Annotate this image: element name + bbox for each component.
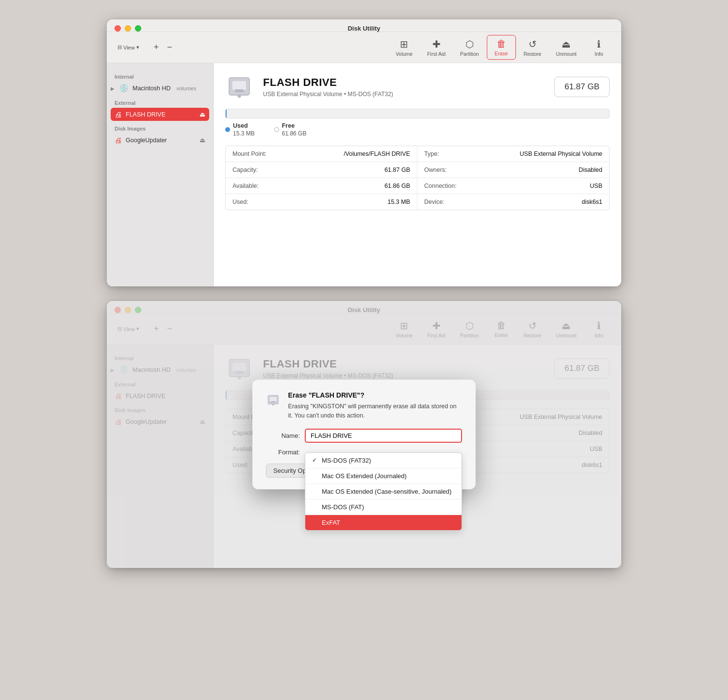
- info-row-1: Capacity: 61.87 GB Owners: Disabled: [226, 162, 609, 178]
- toolbar-volume[interactable]: ⊞ Volume: [389, 35, 419, 60]
- info-cell-owners: Owners: Disabled: [417, 162, 609, 178]
- available-label: Available:: [232, 183, 259, 189]
- sidebar-item-flash-drive[interactable]: 🖨 FLASH DRIVE ⏏: [111, 108, 209, 121]
- unmount-icon: ⏏: [562, 38, 571, 50]
- info-row-0: Mount Point: /Volumes/FLASH DRIVE Type: …: [226, 146, 609, 162]
- drive-info: FLASH DRIVE USB External Physical Volume…: [263, 76, 393, 98]
- info-cell-mount-point: Mount Point: /Volumes/FLASH DRIVE: [226, 146, 417, 162]
- macintosh-hd-label: Macintosh HD: [132, 85, 171, 92]
- chevron-right-icon: ▶: [111, 86, 115, 91]
- info-row-3: Used: 15.3 MB Device: disk6s1: [226, 194, 609, 210]
- view-label: View: [123, 45, 135, 50]
- view-chevron: ▾: [136, 44, 139, 50]
- eject-google-updater-icon[interactable]: ⏏: [199, 136, 205, 144]
- device-value: disk6s1: [582, 199, 602, 205]
- format-option-label-1: Mac OS Extended (Journaled): [322, 472, 407, 480]
- dialog-name-input[interactable]: [305, 429, 462, 443]
- sidebar-item-google-updater[interactable]: 🖨 GoogleUpdater ⏏: [107, 133, 213, 147]
- format-option-ms-dos-fat[interactable]: MS-DOS (FAT): [305, 500, 462, 515]
- free-value: 61.86 GB: [282, 130, 307, 137]
- toolbar-view-section: ⊟ View ▾: [115, 43, 142, 52]
- view-button[interactable]: ⊟ View ▾: [115, 43, 142, 52]
- format-option-ms-dos-fat32[interactable]: ✓ MS-DOS (FAT32): [305, 453, 462, 468]
- window-1: Disk Utility ⊟ View ▾ + − ⊞ Volume ✚ Fir…: [107, 19, 621, 286]
- toolbar-first-aid[interactable]: ✚ First Aid: [420, 35, 452, 60]
- close-button-1[interactable]: [115, 25, 121, 32]
- toolbar-1: ⊟ View ▾ + − ⊞ Volume ✚ First Aid ⬡ Part…: [107, 32, 621, 63]
- mount-point-value: /Volumes/FLASH DRIVE: [344, 150, 410, 157]
- format-check-ms-dos: ✓: [312, 457, 319, 464]
- used-label: Used: [233, 122, 255, 129]
- svg-point-11: [272, 404, 274, 405]
- type-label: Type:: [424, 150, 439, 157]
- type-value: USB External Physical Volume: [520, 150, 602, 157]
- window-body-1: Internal ▶ 💿 Macintosh HD volumes Extern…: [107, 63, 621, 286]
- used-value-table: 15.3 MB: [387, 199, 410, 205]
- dialog-drive-icon: [266, 391, 281, 409]
- add-remove-section: + −: [150, 40, 176, 54]
- info-cell-type: Type: USB External Physical Volume: [417, 146, 609, 162]
- available-value: 61.86 GB: [384, 183, 410, 189]
- info-icon: ℹ: [597, 38, 601, 50]
- storage-legend: Used 15.3 MB Free 61.86 GB: [225, 122, 610, 137]
- google-updater-icon: 🖨: [115, 136, 122, 144]
- sidebar-section-disk-images: Disk Images: [107, 124, 213, 133]
- svg-rect-2: [235, 89, 244, 92]
- sidebar-section-internal: Internal: [107, 72, 213, 82]
- info-cell-connection: Connection: USB: [417, 178, 609, 194]
- toolbar-actions: ⊞ Volume ✚ First Aid ⬡ Partition 🗑 Erase…: [389, 35, 613, 60]
- toolbar-partition[interactable]: ⬡ Partition: [453, 35, 486, 60]
- format-option-label-3: MS-DOS (FAT): [322, 503, 364, 511]
- storage-bar-container: Used 15.3 MB Free 61.86 GB: [225, 109, 610, 137]
- info-cell-device: Device: disk6s1: [417, 194, 609, 210]
- restore-icon: ↺: [529, 38, 537, 50]
- used-value: 15.3 MB: [233, 130, 255, 137]
- info-cell-capacity: Capacity: 61.87 GB: [226, 162, 417, 178]
- info-cell-available: Available: 61.86 GB: [226, 178, 417, 194]
- titlebar-1: Disk Utility: [107, 19, 621, 32]
- sidebar-section-external: External: [107, 98, 213, 108]
- format-option-label-0: MS-DOS (FAT32): [322, 457, 371, 464]
- drive-header: FLASH DRIVE USB External Physical Volume…: [225, 75, 610, 99]
- maximize-button-1[interactable]: [135, 25, 141, 32]
- toolbar-info[interactable]: ℹ Info: [584, 35, 613, 60]
- add-button[interactable]: +: [150, 40, 163, 54]
- format-option-exfat[interactable]: ExFAT: [305, 515, 462, 530]
- minimize-button-1[interactable]: [125, 25, 131, 32]
- macintosh-hd-sublabel: volumes: [177, 85, 197, 91]
- sidebar-1: Internal ▶ 💿 Macintosh HD volumes Extern…: [107, 63, 214, 286]
- format-option-mac-extended-journaled[interactable]: Mac OS Extended (Journaled): [305, 468, 462, 484]
- legend-used-content: Used 15.3 MB: [233, 122, 255, 137]
- format-options-list: ✓ MS-DOS (FAT32) Mac OS Extended (Journa…: [305, 452, 462, 531]
- svg-rect-10: [271, 401, 275, 402]
- flash-drive-label: FLASH DRIVE: [126, 111, 165, 118]
- connection-label: Connection:: [424, 183, 457, 189]
- drive-subtitle: USB External Physical Volume • MS-DOS (F…: [263, 91, 393, 98]
- drive-size: 61.87 GB: [554, 77, 610, 97]
- erase-dialog: Erase "FLASH DRIVE"? Erasing "KINGSTON" …: [252, 380, 476, 490]
- owners-value: Disabled: [579, 167, 602, 173]
- eject-flash-drive-icon[interactable]: ⏏: [199, 111, 205, 118]
- storage-bar: [225, 109, 610, 118]
- svg-rect-9: [269, 397, 277, 401]
- free-dot: [274, 127, 279, 132]
- info-cell-used: Used: 15.3 MB: [226, 194, 417, 210]
- window-wrapper-2: Disk Utility ⊟ View ▾ + − ⊞ Volume: [107, 301, 621, 568]
- toolbar-restore[interactable]: ↺ Restore: [517, 35, 548, 60]
- used-label-table: Used:: [232, 199, 248, 205]
- toolbar-erase[interactable]: 🗑 Erase: [487, 35, 516, 60]
- volume-icon: ⊞: [400, 38, 408, 50]
- drive-icon: [225, 75, 253, 99]
- remove-button[interactable]: −: [163, 40, 176, 54]
- main-content-1: FLASH DRIVE USB External Physical Volume…: [214, 63, 621, 286]
- sidebar-item-macintosh-hd[interactable]: ▶ 💿 Macintosh HD volumes: [107, 82, 213, 95]
- macintosh-hd-icon: 💿: [119, 84, 129, 93]
- mount-point-label: Mount Point:: [232, 150, 266, 157]
- legend-free-content: Free 61.86 GB: [282, 122, 307, 137]
- svg-rect-1: [232, 81, 247, 90]
- partition-icon: ⬡: [465, 38, 474, 50]
- format-option-mac-extended-case[interactable]: Mac OS Extended (Case-sensitive, Journal…: [305, 484, 462, 500]
- info-table: Mount Point: /Volumes/FLASH DRIVE Type: …: [225, 146, 610, 210]
- legend-used: Used 15.3 MB: [225, 122, 255, 137]
- toolbar-unmount[interactable]: ⏏ Unmount: [549, 35, 583, 60]
